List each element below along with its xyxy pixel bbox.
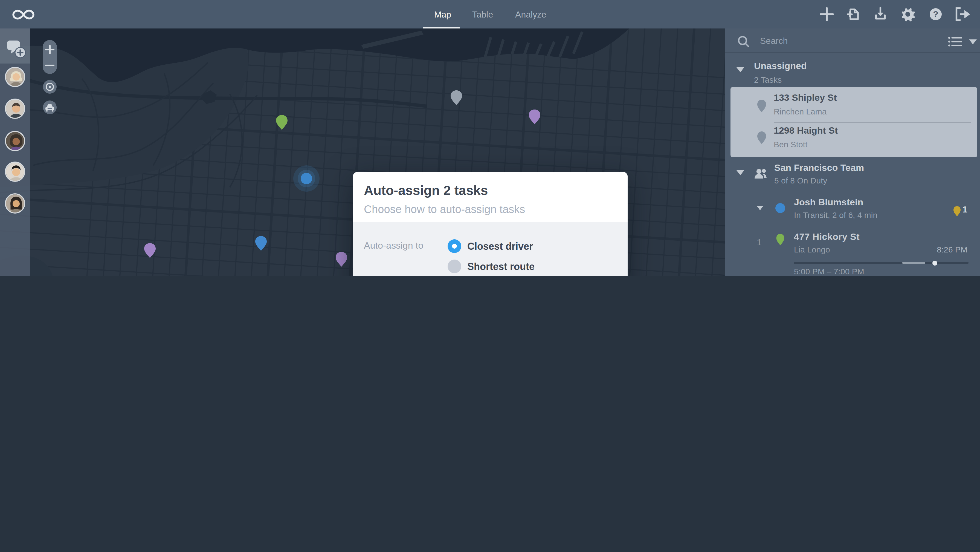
svg-text:?: ? (933, 9, 939, 19)
